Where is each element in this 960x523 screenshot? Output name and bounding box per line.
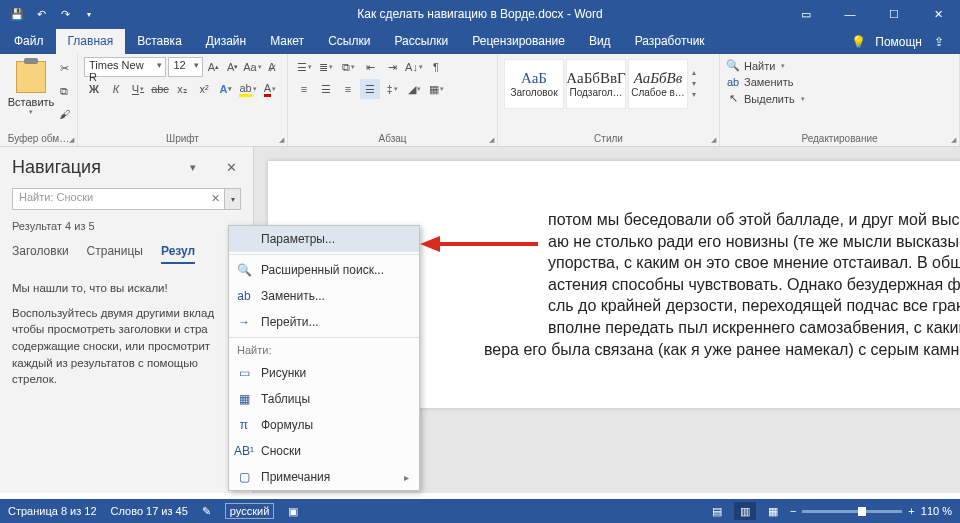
select-button[interactable]: ↖Выделить▾ <box>726 92 953 105</box>
menu-comments[interactable]: ▢Примечания▸ <box>229 464 419 490</box>
group-label-styles: Стили <box>498 133 719 144</box>
status-words[interactable]: Слово 17 из 45 <box>111 505 188 517</box>
menu-options[interactable]: Параметры... <box>229 226 419 252</box>
menu-footnotes[interactable]: AB¹Сноски <box>229 438 419 464</box>
tell-me-label[interactable]: Помощн <box>875 35 922 49</box>
tab-home[interactable]: Главная <box>56 29 126 54</box>
multilevel-icon[interactable]: ⧉ <box>338 57 358 77</box>
maximize-icon[interactable]: ☐ <box>872 0 916 28</box>
menu-tables[interactable]: ▦Таблицы <box>229 386 419 412</box>
tab-view[interactable]: Вид <box>577 29 623 54</box>
font-name-combo[interactable]: Times New R <box>84 57 166 77</box>
menu-advanced-find[interactable]: 🔍Расширенный поиск... <box>229 257 419 283</box>
view-print-icon[interactable]: ▥ <box>734 502 756 520</box>
style-heading[interactable]: АаБЗаголовок <box>504 59 564 109</box>
view-web-icon[interactable]: ▦ <box>762 502 784 520</box>
zoom-slider[interactable] <box>802 510 902 513</box>
replace-button[interactable]: abЗаменить <box>726 76 953 88</box>
tab-developer[interactable]: Разработчик <box>623 29 717 54</box>
show-marks-icon[interactable]: ¶ <box>426 57 446 77</box>
nav-options-icon[interactable]: ▾ <box>183 161 203 174</box>
nav-hint-text: Воспользуйтесь двумя другими вклад чтобы… <box>12 305 241 388</box>
nav-tab-results[interactable]: Резул <box>161 244 195 264</box>
shading-icon[interactable]: ◢ <box>404 79 424 99</box>
font-size-combo[interactable]: 12 <box>168 57 202 77</box>
tab-layout[interactable]: Макет <box>258 29 316 54</box>
nav-search-dropdown[interactable]: ▾ <box>225 188 241 210</box>
copy-icon[interactable]: ⧉ <box>54 81 74 101</box>
grow-font-icon[interactable]: A▴ <box>205 57 222 77</box>
view-read-icon[interactable]: ▤ <box>706 502 728 520</box>
tab-references[interactable]: Ссылки <box>316 29 382 54</box>
group-label-font: Шрифт <box>78 133 287 144</box>
tab-file[interactable]: Файл <box>2 29 56 54</box>
nav-tab-pages[interactable]: Страницы <box>87 244 143 264</box>
outdent-icon[interactable]: ⇤ <box>360 57 380 77</box>
undo-icon[interactable]: ↶ <box>30 3 52 25</box>
align-right-icon[interactable]: ≡ <box>338 79 358 99</box>
nav-search-input[interactable]: Найти: Сноски ✕ <box>12 188 225 210</box>
find-icon: 🔍 <box>726 59 740 72</box>
highlight-icon[interactable]: ab <box>238 79 258 99</box>
borders-icon[interactable]: ▦ <box>426 79 446 99</box>
font-color-icon[interactable]: A <box>260 79 280 99</box>
status-page[interactable]: Страница 8 из 12 <box>8 505 97 517</box>
bullets-icon[interactable]: ☰ <box>294 57 314 77</box>
align-left-icon[interactable]: ≡ <box>294 79 314 99</box>
change-case-icon[interactable]: Aa <box>243 57 261 77</box>
find-button[interactable]: 🔍Найти▾ <box>726 59 953 72</box>
paste-button[interactable]: Вставить ▾ <box>6 57 56 116</box>
superscript-button[interactable]: x² <box>194 79 214 99</box>
qat-custom-icon[interactable]: ▾ <box>78 3 100 25</box>
zoom-level[interactable]: 110 % <box>921 505 952 517</box>
menu-goto[interactable]: →Перейти... <box>229 309 419 335</box>
status-proof-icon[interactable]: ✎ <box>202 505 211 518</box>
clear-format-icon[interactable]: A̷ <box>264 57 281 77</box>
ribbon-options-icon[interactable]: ▭ <box>784 0 828 28</box>
align-justify-icon[interactable]: ☰ <box>360 79 380 99</box>
sort-icon[interactable]: A↓ <box>404 57 424 77</box>
text-effects-icon[interactable]: A <box>216 79 236 99</box>
group-editing: 🔍Найти▾ abЗаменить ↖Выделить▾ Редактиров… <box>720 54 960 146</box>
quick-access-toolbar: 💾 ↶ ↷ ▾ <box>0 3 100 25</box>
zoom-in-icon[interactable]: + <box>908 505 914 517</box>
nav-tab-headings[interactable]: Заголовки <box>12 244 69 264</box>
title-bar: 💾 ↶ ↷ ▾ Как сделать навигацию в Ворде.do… <box>0 0 960 28</box>
strike-button[interactable]: abc <box>150 79 170 99</box>
status-language[interactable]: русский <box>225 503 274 519</box>
minimize-icon[interactable]: — <box>828 0 872 28</box>
styles-gallery-expand[interactable]: ▴▾▾ <box>692 68 706 99</box>
tab-design[interactable]: Дизайн <box>194 29 258 54</box>
align-center-icon[interactable]: ☰ <box>316 79 336 99</box>
style-weak[interactable]: АаБбВвСлабое в… <box>628 59 688 109</box>
close-icon[interactable]: ✕ <box>916 0 960 28</box>
redo-icon[interactable]: ↷ <box>54 3 76 25</box>
nav-result-count: Результат 4 из 5 <box>12 220 241 232</box>
line-spacing-icon[interactable]: ‡ <box>382 79 402 99</box>
zoom-out-icon[interactable]: − <box>790 505 796 517</box>
indent-icon[interactable]: ⇥ <box>382 57 402 77</box>
clear-search-icon[interactable]: ✕ <box>211 192 220 205</box>
tell-me-icon[interactable]: 💡 <box>845 30 871 54</box>
menu-equations[interactable]: πФормулы <box>229 412 419 438</box>
cut-icon[interactable]: ✂ <box>54 58 74 78</box>
tab-mailings[interactable]: Рассылки <box>382 29 460 54</box>
shrink-font-icon[interactable]: A▾ <box>224 57 241 77</box>
format-painter-icon[interactable]: 🖌 <box>54 104 74 124</box>
share-icon[interactable]: ⇪ <box>926 30 952 54</box>
italic-button[interactable]: К <box>106 79 126 99</box>
tab-review[interactable]: Рецензирование <box>460 29 577 54</box>
menu-graphics[interactable]: ▭Рисунки <box>229 360 419 386</box>
ribbon: Вставить ▾ ✂ ⧉ 🖌 Буфер обм… Times New R … <box>0 54 960 147</box>
comment-icon: ▢ <box>233 470 255 484</box>
menu-replace[interactable]: abЗаменить... <box>229 283 419 309</box>
style-subheading[interactable]: АаБбВвГПодзагол… <box>566 59 626 109</box>
status-macro-icon[interactable]: ▣ <box>288 505 298 518</box>
numbering-icon[interactable]: ≣ <box>316 57 336 77</box>
underline-button[interactable]: Ч <box>128 79 148 99</box>
subscript-button[interactable]: x₂ <box>172 79 192 99</box>
nav-close-icon[interactable]: ✕ <box>221 160 241 175</box>
tab-insert[interactable]: Вставка <box>125 29 194 54</box>
paste-icon <box>16 61 46 93</box>
save-icon[interactable]: 💾 <box>6 3 28 25</box>
